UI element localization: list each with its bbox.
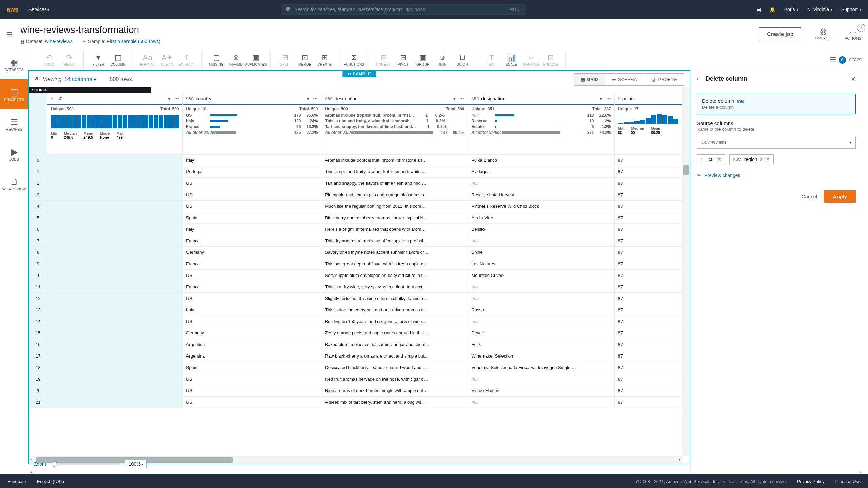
schema-icon: ☰ <box>612 77 616 82</box>
user-menu[interactable]: Boris <box>784 7 798 12</box>
sample-link[interactable]: First n sample (500 rows) <box>107 39 160 44</box>
table-row[interactable]: 4USMuch like the regular bottling from 2… <box>29 201 682 212</box>
outer-horizontal-scrollbar[interactable]: ◂▸ <box>30 469 861 474</box>
format-button[interactable]: AaFORMAT <box>138 52 157 68</box>
clean-button[interactable]: A✦CLEAN <box>157 52 177 68</box>
table-row[interactable]: 6ItalyHere's a bright, informal red that… <box>29 224 682 235</box>
table-row[interactable]: 8GermanySavory dried thyme notes accent … <box>29 247 682 258</box>
services-menu[interactable]: Services <box>28 7 49 12</box>
table-row[interactable]: 0ItalyAromas include tropical fruit, bro… <box>29 155 682 166</box>
tab-grid[interactable]: ▦GRID <box>574 74 605 85</box>
missing-button[interactable]: ▢MISSING <box>206 52 226 68</box>
recipe-button[interactable]: ☰ 0 <box>830 52 846 68</box>
col-header-points[interactable]: #points Unique 17 Min80 Median88 Mean88.… <box>614 93 682 155</box>
preview-changes[interactable]: 👁Preview changes <box>697 172 856 178</box>
encode-button[interactable]: ⊡ENCODE <box>541 52 560 68</box>
sidebar-item-projects[interactable]: ◫PROJECTS <box>0 79 28 109</box>
filter-button[interactable]: ▼FILTER <box>88 52 108 68</box>
aws-logo[interactable]: aws <box>7 6 18 13</box>
mapping-button[interactable]: ↔MAPPING <box>521 52 541 68</box>
dataset-link[interactable]: wine-reviews <box>45 39 73 44</box>
transform-side-panel: ‹ Delete column ✕ Delete columnInfo Dele… <box>690 70 862 474</box>
table-row[interactable]: 18SpainDesiccated blackberry, leather, c… <box>29 362 682 373</box>
table-row[interactable]: 19USRed fruit aromas pervade on the nose… <box>29 373 682 385</box>
tab-profile[interactable]: 📊PROFILE <box>644 74 684 85</box>
table-row[interactable]: 21USA sleek mix of tart berry, stem and … <box>29 396 682 408</box>
extract-button[interactable]: ⤒EXTRACT <box>177 52 197 68</box>
sidebar-item-datasets[interactable]: ▦DATASETS <box>0 49 28 79</box>
scale-button[interactable]: 📊SCALE <box>501 52 521 68</box>
eye-icon: 👁 <box>35 76 40 82</box>
redo-button[interactable]: ↷REDO <box>59 52 79 68</box>
eye-icon: 👁 <box>697 172 702 178</box>
table-row[interactable]: 1PortugalThis is ripe and fruity, a wine… <box>29 166 682 178</box>
table-row[interactable]: 13ItalyThis is dominated by oak and oak-… <box>29 304 682 316</box>
search-shortcut: [Alt+S] <box>508 7 520 12</box>
filter-icon[interactable]: ▼ <box>167 96 172 101</box>
table-row[interactable]: 9FranceThis has great depth of flavor wi… <box>29 258 682 270</box>
functions-button[interactable]: ΣFUNCTIONS <box>344 52 364 68</box>
back-button[interactable]: ‹ <box>697 75 699 82</box>
sidebar-item-jobs[interactable]: ▶JOBS <box>0 139 28 169</box>
merge-button[interactable]: ⊡MERGE <box>295 52 315 68</box>
info-link[interactable]: Info <box>737 99 745 104</box>
table-row[interactable]: 3USPineapple rind, lemon pith and orange… <box>29 189 682 201</box>
duplicates-button[interactable]: ▣DUPLICATES <box>246 52 265 68</box>
column-select[interactable]: Column name▾ <box>697 136 856 149</box>
grid-view-icon: ▦ <box>581 77 585 82</box>
create-button[interactable]: ⊞CREATE <box>315 52 334 68</box>
table-row[interactable]: 16ArgentinaBaked plum, molasses, balsami… <box>29 339 682 350</box>
support-menu[interactable]: Support <box>841 7 861 12</box>
more-icon[interactable]: ⋯ <box>174 96 179 101</box>
apply-button[interactable]: Apply <box>824 190 856 203</box>
create-job-button[interactable]: Create job <box>759 27 801 41</box>
sidebar-item-recipes[interactable]: ☰RECIPES <box>0 109 28 139</box>
undo-button[interactable]: ↶UNDO <box>39 52 59 68</box>
col-header-description[interactable]: ABCdescription▼⋯ Unique 500Total 500 Aro… <box>321 93 468 155</box>
cloudshell-icon[interactable]: ▣ <box>756 7 761 12</box>
table-row[interactable]: 12USSlightly reduced, this wine offers a… <box>29 293 682 304</box>
cancel-button[interactable]: Cancel <box>802 194 817 199</box>
feedback-link[interactable]: Feedback <box>7 479 27 484</box>
zoom-slider[interactable] <box>52 463 119 465</box>
lineage-button[interactable]: ⛓LINEAGE <box>815 28 831 40</box>
pivot-button[interactable]: ⊞PIVOT <box>393 52 413 68</box>
profile-icon: 📊 <box>651 77 656 82</box>
col-header-designation[interactable]: ABCdesignation▼⋯ Unique 351Total 387 nul… <box>468 93 614 155</box>
info-icon[interactable]: i <box>857 24 865 32</box>
invalid-button[interactable]: ⊗INVALID <box>226 52 246 68</box>
notifications-icon[interactable]: 🔔 <box>770 7 775 12</box>
unnest-button[interactable]: ⊟UNNEST <box>374 52 393 68</box>
tab-schema[interactable]: ☰SCHEMA <box>605 74 644 85</box>
chip-remove-c0[interactable]: ✕ <box>717 157 721 162</box>
table-row[interactable]: 14USBuilding on 150 years and six genera… <box>29 316 682 327</box>
split-button[interactable]: ⊞SPLIT <box>275 52 295 68</box>
table-row[interactable]: 17ArgentinaRaw black-cherry aromas are d… <box>29 350 682 362</box>
zoom-select[interactable]: 100% <box>125 460 147 468</box>
table-row[interactable]: 10USSoft, supple plum envelopes an oaky … <box>29 270 682 281</box>
union-button[interactable]: ⊔UNION <box>452 52 472 68</box>
sidebar-item-whatsnew[interactable]: 🗋WHAT'S NEW <box>0 169 28 199</box>
table-row[interactable]: 7FranceThis dry and restrained wine offe… <box>29 235 682 247</box>
region-menu[interactable]: N. Virginia <box>807 7 832 12</box>
table-row[interactable]: 5SpainBlackberry and raspberry aromas sh… <box>29 212 682 224</box>
vertical-scrollbar[interactable] <box>682 87 690 456</box>
global-search[interactable]: 🔍 Search for services, features, marketp… <box>281 4 525 15</box>
language-select[interactable]: English (US) <box>37 479 64 484</box>
chip-remove-region2[interactable]: ✕ <box>766 157 770 162</box>
group-button[interactable]: ▣GROUP <box>413 52 433 68</box>
table-row[interactable]: 2USTart and snappy, the flavors of lime … <box>29 178 682 189</box>
join-button[interactable]: ⊎JOIN <box>433 52 452 68</box>
table-row[interactable]: 20USRipe aromas of dark berries mingle w… <box>29 385 682 396</box>
privacy-link[interactable]: Privacy Policy <box>797 479 825 484</box>
table-row[interactable]: 15GermanyZesty orange peels and apple no… <box>29 327 682 339</box>
col-header-c0[interactable]: #_c0▼⋯ Unique 500Total 500 Min0 Median24… <box>47 93 182 155</box>
close-button[interactable]: ✕ <box>851 75 856 83</box>
text-button[interactable]: TTEXT <box>482 52 501 68</box>
columns-dropdown[interactable]: 14 columns ▾ <box>64 76 96 83</box>
table-row[interactable]: 11FranceThis is a dry wine, very spicy, … <box>29 281 682 293</box>
col-header-country[interactable]: ABCcountry▼⋯ Unique 18Total 500 US17835.… <box>182 93 321 155</box>
terms-link[interactable]: Terms of Use <box>834 479 861 484</box>
hamburger-icon[interactable]: ☰ <box>6 30 13 39</box>
column-button[interactable]: ◫COLUMN <box>108 52 128 68</box>
